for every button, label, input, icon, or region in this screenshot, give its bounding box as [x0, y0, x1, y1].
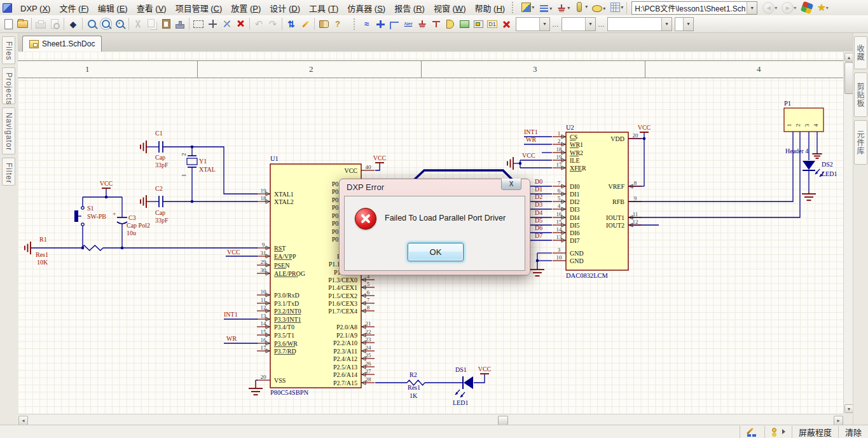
zoom-area-button[interactable]	[99, 18, 113, 31]
dropdown-arrow-icon[interactable]: ▾	[747, 2, 757, 14]
place-sheet-entry-button[interactable]	[471, 18, 485, 31]
net-filter-combobox[interactable]: ▾	[516, 17, 550, 31]
panel-tab-favorites[interactable]: 收藏	[854, 36, 867, 69]
place-no-erc-button[interactable]	[499, 18, 513, 31]
place-signal-harness-button[interactable]	[387, 18, 401, 31]
vertical-scroll-thumb[interactable]	[844, 62, 853, 94]
open-device-view-button[interactable]: ◆	[66, 18, 80, 31]
deselect-all-button[interactable]	[219, 18, 233, 31]
panel-tab-projects[interactable]: Projects	[2, 67, 15, 104]
horizontal-scroll-thumb[interactable]	[498, 416, 508, 425]
menu-t[interactable]: 工具 (T)	[305, 2, 343, 15]
clear-button[interactable]: 清除	[838, 426, 868, 438]
storage-path-combobox[interactable]: H:\PCB文件\lesson1\Sheet1.Sch ▾	[631, 1, 757, 15]
paste-button[interactable]	[159, 18, 173, 31]
mask-pencil-button[interactable]	[740, 426, 764, 438]
open-document-button[interactable]	[15, 18, 29, 31]
utilities-button[interactable]: ▾	[518, 0, 535, 14]
menu-x[interactable]: DXP (X)	[16, 2, 55, 15]
ellipse-button[interactable]: ▾	[589, 1, 607, 15]
menu-p[interactable]: 放置 (P)	[226, 2, 265, 15]
cut-button[interactable]	[131, 18, 145, 31]
print-button[interactable]	[34, 18, 48, 31]
zoom-selected-objects-button[interactable]	[113, 18, 127, 31]
left-panel-tab-strip: FilesProjectsNavigatorFilter	[0, 33, 18, 425]
dropdown-arrow-icon[interactable]: ▾	[683, 18, 693, 31]
home-icon[interactable]	[801, 1, 814, 15]
alignment-button[interactable]: ▾	[535, 1, 553, 15]
dxp-error-dialog: DXP Error X Failed To Load Parallel Port…	[339, 179, 530, 275]
dropdown-arrow-icon[interactable]: ▾	[661, 18, 672, 31]
forward-button[interactable]: ▶	[782, 2, 794, 14]
wizard-button[interactable]	[298, 18, 312, 31]
menu-c[interactable]: 项目管理 (C)	[171, 2, 227, 15]
favorites-star-icon[interactable]: ★	[817, 2, 825, 13]
menu-d[interactable]: 设计 (D)	[265, 2, 305, 15]
general-filter-combobox[interactable]: ▾	[607, 17, 672, 31]
menu-f[interactable]: 文件 (F)	[55, 2, 93, 15]
scroll-right-button[interactable]: ▸	[834, 416, 843, 425]
more-button[interactable]: …	[598, 20, 605, 28]
back-button[interactable]: ◀	[762, 2, 775, 14]
scroll-down-button[interactable]: ▾	[844, 404, 853, 413]
scale-combobox[interactable]: ▾	[675, 17, 694, 31]
ok-button[interactable]: OK	[408, 243, 464, 261]
select-inside-area-button[interactable]	[191, 18, 205, 31]
more-button[interactable]: …	[552, 20, 559, 28]
filter-options-button[interactable]	[764, 426, 792, 438]
snap-grid-button[interactable]: ▾	[607, 0, 624, 14]
undo-button[interactable]: ↶	[252, 18, 266, 31]
component-filter-combobox[interactable]: ▾	[561, 17, 596, 31]
dialog-close-button[interactable]: X	[501, 179, 521, 190]
power-port-button[interactable]: ▾	[553, 1, 571, 15]
panel-tab-files[interactable]: Files	[2, 36, 15, 64]
place-part-button[interactable]	[443, 18, 457, 31]
dropdown-arrow-icon[interactable]: ▾	[539, 18, 549, 31]
move-selection-button[interactable]	[205, 18, 219, 31]
menu-w[interactable]: 视窗 (W)	[429, 2, 471, 15]
back-dropdown-icon[interactable]: ▾	[775, 5, 777, 11]
svg-text:RFB: RFB	[612, 198, 624, 205]
forward-dropdown-icon[interactable]: ▾	[794, 5, 796, 11]
place-wire-button[interactable]: ≈	[359, 18, 373, 31]
place-net-label-button[interactable]: Net	[401, 18, 415, 31]
panel-tab-clipboard[interactable]: 剪贴板	[854, 72, 867, 117]
svg-text:C3: C3	[128, 214, 136, 221]
vertical-scrollbar[interactable]: ▴ ▾	[843, 51, 853, 414]
place-vcc-power-port-button[interactable]	[429, 18, 443, 31]
menu-h[interactable]: 帮助 (H)	[470, 2, 509, 15]
panel-tab-filter[interactable]: Filter	[2, 158, 15, 186]
pin-button[interactable]: ▾	[571, 0, 589, 14]
dropdown-arrow-icon[interactable]: ▾	[585, 18, 595, 31]
browse-library-button[interactable]	[317, 18, 331, 31]
redo-button[interactable]: ↷	[266, 18, 280, 31]
component-u2[interactable]: U2DAC0832LCM1CS2WR118WR219ILE17XFER7DI06…	[553, 124, 642, 279]
tab-sheet1-schdoc[interactable]: Sheet1.SchDoc	[22, 36, 102, 52]
new-document-button[interactable]	[1, 18, 15, 31]
place-gnd-power-port-button[interactable]	[415, 18, 429, 31]
print-preview-button[interactable]	[48, 18, 62, 31]
scroll-left-button[interactable]: ◂	[18, 416, 28, 425]
place-bus-button[interactable]	[373, 18, 387, 31]
place-sheet-symbol-button[interactable]	[457, 18, 471, 31]
rubber-stamp-button[interactable]	[173, 18, 187, 31]
favorites-dropdown-icon[interactable]: ▾	[826, 5, 829, 11]
clear-filter-button[interactable]	[233, 18, 247, 31]
menu-r[interactable]: 报告 (R)	[390, 2, 429, 15]
menu-e[interactable]: 编辑 (E)	[93, 2, 132, 15]
menu-v[interactable]: 查看 (V)	[132, 2, 171, 15]
menu-s[interactable]: 仿真器 (S)	[343, 2, 390, 15]
panel-tab-libraries[interactable]: 元件库	[854, 120, 867, 165]
wizard-icon	[301, 20, 310, 28]
cross-probe-button[interactable]: ⇅	[284, 18, 298, 31]
scroll-up-button[interactable]: ▴	[844, 53, 853, 62]
svg-text:DI5: DI5	[570, 222, 580, 229]
svg-text:P1.7/CEX4: P1.7/CEX4	[328, 308, 357, 315]
fit-all-objects-button[interactable]	[85, 18, 99, 31]
horizontal-scrollbar[interactable]: ◂ ▸	[18, 414, 843, 425]
help-button[interactable]: ?	[331, 18, 345, 31]
place-device-sheet-button[interactable]: D1	[485, 18, 499, 31]
mask-level-button[interactable]: 屏蔽程度	[792, 426, 838, 438]
panel-tab-navigator[interactable]: Navigator	[2, 107, 15, 154]
copy-button[interactable]	[145, 18, 159, 31]
